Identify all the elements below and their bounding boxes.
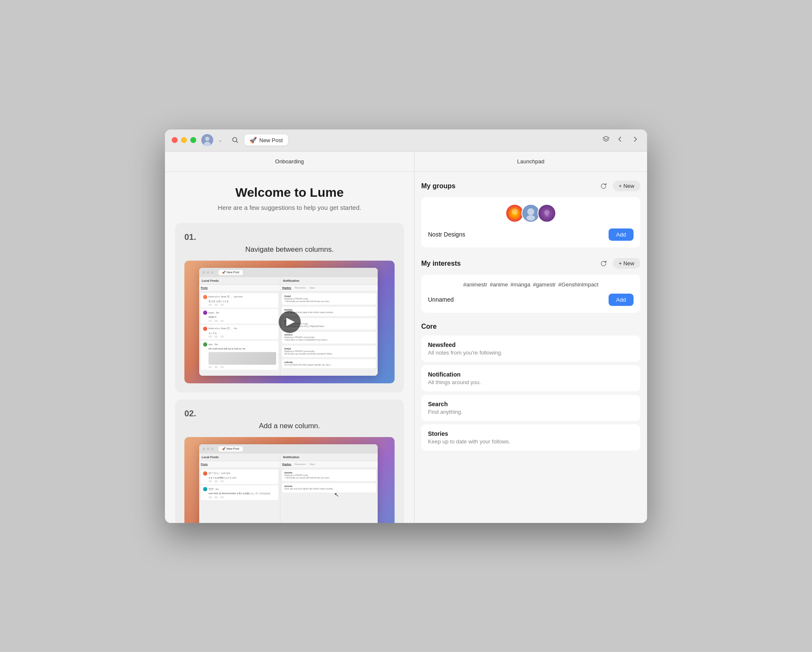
my-groups-header: My groups + New [421,180,640,192]
core-stories-desc: Keep up to date with your follows. [428,438,634,445]
maximize-button[interactable] [190,137,196,143]
core-search-title: Search [428,401,634,407]
core-stories-title: Stories [428,430,634,437]
svg-line-4 [236,141,238,143]
step-2-image: 🚀 New Post Local Feeds Posts [184,437,395,523]
core-newsfeed-title: Newsfeed [428,341,634,348]
step-2-title: Add a new column. [184,422,395,430]
rocket-icon: 🚀 [250,137,257,143]
group-card-nostr-designs: Nostr Designs Add [421,197,640,248]
my-groups-section: My groups + New [421,180,640,248]
svg-point-11 [544,209,550,215]
hashtag-animestr: #animestr [463,281,487,288]
hashtag-manga: #manga [510,281,530,288]
my-interests-title: My interests [421,260,461,267]
svg-point-1 [205,137,209,141]
interests-new-button[interactable]: + New [613,258,640,269]
search-icon[interactable] [231,136,239,144]
step-1-title: Navigate between columns. [184,245,395,254]
hashtags-list: #animestr #anime #manga #gamestr #Genshi… [428,281,634,288]
titlebar: ⌄ 🚀 New Post [165,129,647,151]
groups-refresh-button[interactable] [598,180,609,192]
my-groups-title: My groups [421,182,455,190]
main-content: Onboarding Welcome to Lume Here are a fe… [165,151,647,523]
step-2-card: 02. Add a new column. 🚀 New Post [175,399,404,523]
core-notification-title: Notification [428,371,634,378]
groups-new-button[interactable]: + New [613,181,640,191]
launchpad-panel: Launchpad My groups [414,151,647,523]
core-card-stories[interactable]: Stories Keep up to date with your follow… [421,424,640,451]
my-interests-actions: + New [598,258,640,270]
core-title: Core [421,323,640,330]
svg-point-9 [527,215,535,220]
minimize-button[interactable] [181,137,187,143]
hashtag-genshinimpact: #GenshinImpact [558,281,598,288]
interests-name: Unnamed [428,296,454,303]
forward-icon[interactable] [630,134,640,146]
my-interests-header: My interests + New [421,258,640,270]
svg-point-6 [512,209,518,215]
tab-label: New Post [259,137,283,143]
onboarding-header: Onboarding [165,151,414,172]
group-avatar-3 [538,204,556,223]
step-2-mock-ui: 🚀 New Post Local Feeds Posts [199,444,378,523]
interests-refresh-button[interactable] [598,258,609,270]
group-add-button[interactable]: Add [609,228,634,241]
play-button[interactable] [279,311,301,333]
core-search-desc: Find anything. [428,409,634,415]
group-footer: Nostr Designs Add [428,228,634,241]
tab-new-post[interactable]: 🚀 New Post [244,135,288,146]
my-interests-section: My interests + New [421,258,640,313]
chevron-down-icon: ⌄ [218,137,222,143]
my-groups-actions: + New [598,180,640,192]
core-newsfeed-desc: All notes from you're following. [428,349,634,356]
back-icon[interactable] [615,134,625,146]
hashtag-anime: #anime [490,281,508,288]
onboarding-content: Welcome to Lume Here are a few suggestio… [165,172,414,523]
step-2-number: 02. [184,409,395,418]
core-notification-desc: All things around you. [428,379,634,385]
interests-add-button[interactable]: Add [609,294,634,306]
hashtag-gamestr: #gamestr [533,281,556,288]
svg-point-8 [527,208,534,215]
layers-icon[interactable] [602,135,610,145]
traffic-lights [172,137,196,143]
group-name: Nostr Designs [428,231,465,238]
step-1-image: 🚀 New Post Local Feeds Posts [184,261,395,383]
launchpad-content: My groups + New [414,172,647,523]
welcome-subtitle: Here are a few suggestions to help you g… [175,204,404,211]
avatar[interactable] [201,134,213,146]
core-card-notification[interactable]: Notification All things around you. [421,365,640,391]
step-1-number: 01. [184,232,395,242]
app-window: ⌄ 🚀 New Post [165,129,647,523]
core-section: Core Newsfeed All notes from you're foll… [421,323,640,451]
close-button[interactable] [172,137,178,143]
welcome-title: Welcome to Lume [175,185,404,200]
core-card-newsfeed[interactable]: Newsfeed All notes from you're following… [421,336,640,362]
launchpad-header: Launchpad [414,151,647,172]
onboarding-panel: Onboarding Welcome to Lume Here are a fe… [165,151,414,523]
titlebar-controls [602,134,640,146]
interests-card-unnamed: #animestr #anime #manga #gamestr #Genshi… [421,275,640,313]
step-1-card: 01. Navigate between columns. 🚀 New Post [175,223,404,393]
core-card-search[interactable]: Search Find anything. [421,395,640,421]
interests-footer: Unnamed Add [428,294,634,306]
group-avatars [428,204,634,223]
